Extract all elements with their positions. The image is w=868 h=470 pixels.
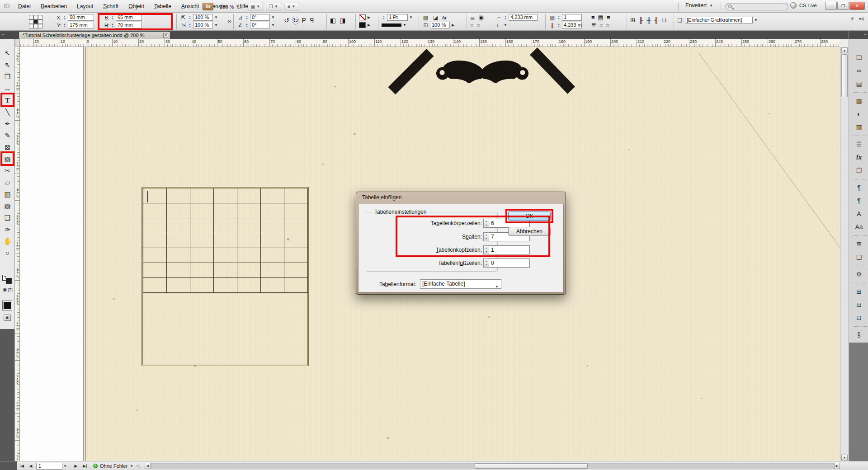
stroke-weight-field[interactable]: 1 Pt: [387, 14, 408, 21]
gradient-swatch-tool[interactable]: ▥: [2, 189, 13, 200]
previous-page-button[interactable]: ◀: [27, 462, 34, 470]
width-field[interactable]: 65 mm: [116, 14, 142, 21]
screen-mode-button[interactable]: ❒▼: [266, 3, 281, 10]
gradient-panel-icon[interactable]: ▥: [853, 122, 865, 132]
y-field[interactable]: 175 mm: [68, 22, 94, 28]
table-text-frame[interactable]: [142, 187, 309, 366]
pages-panel-icon[interactable]: ❏: [853, 52, 865, 63]
dialog-row-stepper[interactable]: ▲▼: [483, 232, 489, 241]
frame-tool[interactable]: ⊠: [2, 142, 13, 153]
corner-radius-field[interactable]: 4,233 mm: [509, 14, 538, 21]
preflight-menu-icon[interactable]: ▱.: [136, 464, 140, 469]
gutter-field[interactable]: 4,233 m: [562, 22, 582, 28]
dialog-row-field[interactable]: 0: [489, 258, 530, 268]
minimize-button[interactable]: —: [825, 2, 837, 10]
document-tab[interactable]: *Tutorial Schreibtischunterlage gestalte…: [19, 31, 170, 39]
menu-item-objekt[interactable]: Objekt: [128, 3, 144, 9]
vertical-scrollbar[interactable]: ▲ ▼: [840, 47, 849, 461]
vertical-justify-icon[interactable]: ≡: [599, 22, 603, 28]
menu-item-layout[interactable]: Layout: [77, 3, 93, 9]
justify-icon[interactable]: ≡: [607, 14, 610, 21]
dock-header[interactable]: «: [849, 31, 868, 39]
menu-item-schrift[interactable]: Schrift: [103, 3, 118, 9]
scissors-tool[interactable]: ✂: [2, 165, 13, 176]
pencil-tool[interactable]: ✎: [2, 130, 13, 141]
rotate-cw-icon[interactable]: ↻: [293, 17, 298, 24]
ok-button[interactable]: OK: [508, 212, 551, 221]
wrap-options-icon[interactable]: ≡: [470, 22, 474, 28]
tab-close-icon[interactable]: ✕: [163, 33, 168, 38]
table-format-select[interactable]: [Einfache Tabelle]▼: [420, 279, 501, 289]
scroll-down-icon[interactable]: ▼: [841, 455, 848, 461]
drop-shadow-icon[interactable]: ◪: [432, 14, 439, 21]
horizontal-scrollbar[interactable]: [151, 463, 834, 469]
apply-color-button[interactable]: [3, 301, 12, 310]
hand-tool[interactable]: ✋: [2, 236, 13, 247]
character-styles-panel-icon[interactable]: A: [853, 208, 865, 219]
line-tool[interactable]: ╲: [2, 107, 13, 118]
margin-guide[interactable]: [85, 47, 86, 461]
stroke-styles-panel-icon[interactable]: ☰: [853, 139, 865, 150]
columns-field[interactable]: 1: [562, 14, 582, 21]
cell-styles-panel-icon[interactable]: ⊡: [853, 312, 865, 323]
width-stepper[interactable]: ▲▼: [110, 14, 115, 21]
paragraph-styles-panel-icon[interactable]: ¶: [853, 195, 865, 206]
cancel-button[interactable]: Abbrechen: [508, 227, 551, 236]
page-tool[interactable]: ❐: [2, 71, 13, 82]
height-stepper[interactable]: ▲▼: [110, 22, 115, 28]
menu-item-ansicht[interactable]: Ansicht: [181, 3, 199, 9]
dialog-row-stepper[interactable]: ▲▼: [483, 258, 489, 268]
dialog-row-stepper[interactable]: ▲▼: [483, 219, 489, 228]
transform-icon[interactable]: ⊞: [630, 17, 635, 24]
rotation-field[interactable]: 0°: [250, 14, 270, 21]
direct-selection-tool[interactable]: ⇖: [2, 60, 13, 70]
chevron-down-icon[interactable]: ▼: [214, 15, 218, 19]
chevron-down-icon[interactable]: ▼: [214, 23, 218, 27]
inserted-table[interactable]: [143, 188, 308, 293]
horizontal-ruler[interactable]: 2010010203040506070809010011012013014015…: [20, 39, 840, 47]
bridge-button[interactable]: Br: [203, 3, 213, 10]
view-options-button[interactable]: ▦▼: [248, 3, 263, 10]
flip-vertical-icon[interactable]: P: [310, 17, 314, 24]
fill-swatch[interactable]: [359, 22, 366, 28]
align-right-icon[interactable]: ╢: [654, 17, 658, 24]
color-panel-icon[interactable]: ◐: [853, 108, 865, 119]
height-field[interactable]: 70 mm: [116, 22, 142, 28]
dialog-title-bar[interactable]: Tabelle einfügen: [356, 192, 566, 203]
layers-panel-icon[interactable]: ❏: [853, 252, 865, 263]
selection-tool[interactable]: ↖: [2, 48, 13, 59]
fill-stroke-controls[interactable]: T: [2, 275, 12, 284]
shear-field[interactable]: 0°: [250, 22, 270, 28]
constrain-proportions-icon[interactable]: ∞: [226, 18, 233, 24]
zoom-level-select[interactable]: 200 % ▼: [220, 3, 239, 10]
dialog-row-stepper[interactable]: ▲▼: [483, 245, 489, 254]
note-tool[interactable]: ❑: [2, 212, 13, 223]
zoom-tool[interactable]: ○: [2, 248, 13, 258]
scale-y-field[interactable]: 100 %: [193, 22, 213, 28]
preflight-panel-icon[interactable]: ⚙: [853, 269, 865, 280]
next-page-button[interactable]: ▶: [72, 462, 80, 470]
type-tool[interactable]: T: [2, 95, 13, 106]
scripts-panel-icon[interactable]: §: [853, 329, 865, 340]
vertical-ruler[interactable]: 9010011012013014015016017018019020021022…: [15, 47, 20, 461]
table-panel-icon[interactable]: ⊞: [853, 286, 865, 297]
arrange-documents-button[interactable]: ≡▼: [284, 3, 299, 10]
first-page-button[interactable]: |◀: [18, 462, 25, 470]
restore-button[interactable]: ❐: [837, 2, 849, 10]
object-styles-panel-icon[interactable]: ❐: [853, 165, 865, 176]
x-field[interactable]: 50 mm: [68, 14, 94, 21]
scale-x-field[interactable]: 100 %: [193, 14, 213, 21]
menu-item-tabelle[interactable]: Tabelle: [154, 3, 171, 9]
vertical-scroll-thumb[interactable]: [841, 54, 848, 97]
text-wrap-panel-icon[interactable]: ≣: [853, 239, 865, 249]
wrap-options2-icon[interactable]: ≡: [477, 22, 481, 28]
mustache-graphic[interactable]: [433, 53, 532, 92]
distribute-icon[interactable]: ⊔: [662, 17, 667, 24]
rectangle-tool[interactable]: ▧: [2, 154, 13, 164]
stroke-panel-icon[interactable]: ▤: [853, 78, 865, 89]
rotate-ccw-icon[interactable]: ↺: [284, 17, 289, 24]
reference-point-proxy[interactable]: [29, 15, 42, 28]
align-top-icon[interactable]: ≡: [591, 14, 595, 21]
object-style-select[interactable]: [Einfacher Grafikrahmen]: [685, 17, 753, 24]
y-stepper[interactable]: ▲▼: [62, 22, 67, 28]
